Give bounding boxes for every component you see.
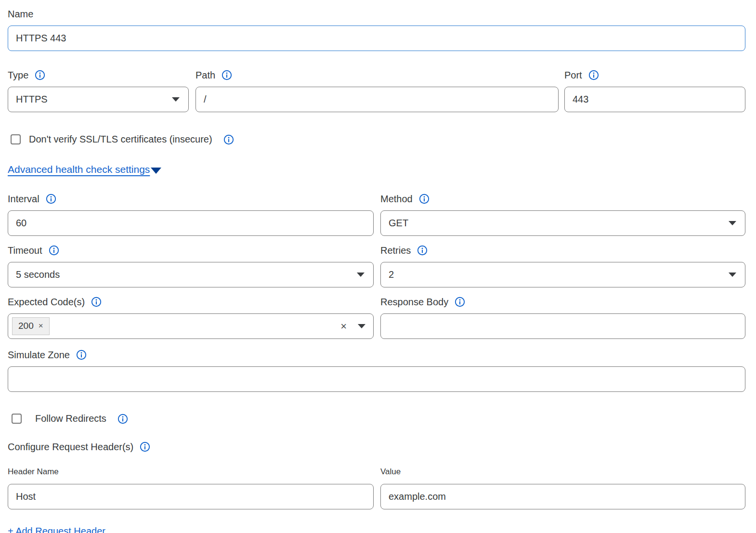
response-body-input[interactable] bbox=[380, 313, 745, 339]
info-icon[interactable] bbox=[35, 70, 45, 80]
chevron-down-icon[interactable] bbox=[358, 324, 365, 328]
timeout-label: Timeout bbox=[8, 244, 374, 257]
advanced-settings-link[interactable]: Advanced health check settings bbox=[8, 164, 150, 175]
timeout-select[interactable]: 5 seconds bbox=[8, 262, 374, 287]
type-select-value: HTTPS bbox=[16, 94, 48, 105]
simulate-zone-input[interactable] bbox=[8, 366, 745, 392]
port-label: Port bbox=[564, 69, 745, 81]
info-icon[interactable] bbox=[91, 297, 102, 307]
chevron-down-icon bbox=[729, 221, 736, 225]
expected-code-tag: 200 × bbox=[12, 317, 50, 335]
request-headers-heading-text: Configure Request Header(s) bbox=[8, 441, 133, 453]
name-input[interactable] bbox=[8, 26, 745, 51]
info-icon[interactable] bbox=[117, 414, 128, 424]
follow-redirects-checkbox[interactable] bbox=[12, 414, 22, 424]
name-label: Name bbox=[8, 8, 745, 20]
request-headers-heading: Configure Request Header(s) bbox=[8, 441, 745, 453]
header-value-input[interactable] bbox=[380, 484, 745, 509]
add-request-header-link[interactable]: + Add Request Header bbox=[8, 526, 105, 533]
remove-tag-icon[interactable]: × bbox=[39, 321, 43, 331]
path-input[interactable] bbox=[196, 87, 559, 112]
retries-select[interactable]: 2 bbox=[380, 262, 745, 287]
timeout-select-value: 5 seconds bbox=[16, 269, 60, 280]
expected-codes-label-text: Expected Code(s) bbox=[8, 296, 85, 308]
header-name-input[interactable] bbox=[8, 484, 374, 509]
chevron-down-icon bbox=[151, 168, 161, 174]
ssl-verify-checkbox[interactable] bbox=[11, 134, 21, 144]
info-icon[interactable] bbox=[588, 70, 599, 80]
info-icon[interactable] bbox=[417, 245, 428, 256]
chevron-down-icon bbox=[172, 97, 180, 102]
header-value-label: Value bbox=[380, 467, 745, 477]
response-body-label-text: Response Body bbox=[380, 296, 448, 308]
port-input[interactable] bbox=[564, 87, 745, 112]
simulate-zone-label: Simulate Zone bbox=[8, 349, 745, 361]
response-body-label: Response Body bbox=[380, 296, 745, 308]
info-icon[interactable] bbox=[222, 70, 232, 80]
info-icon[interactable] bbox=[455, 297, 465, 307]
type-select[interactable]: HTTPS bbox=[8, 87, 189, 112]
method-select[interactable]: GET bbox=[380, 210, 745, 236]
type-label: Type bbox=[8, 69, 189, 81]
name-field-group: Name bbox=[8, 8, 745, 51]
port-label-text: Port bbox=[564, 69, 582, 81]
timeout-label-text: Timeout bbox=[8, 244, 42, 257]
simulate-zone-label-text: Simulate Zone bbox=[8, 349, 70, 361]
header-name-label: Header Name bbox=[8, 467, 374, 477]
expected-code-tag-value: 200 bbox=[18, 321, 34, 331]
info-icon[interactable] bbox=[76, 350, 87, 360]
info-icon[interactable] bbox=[49, 245, 59, 256]
retries-label-text: Retries bbox=[380, 244, 411, 257]
retries-label: Retries bbox=[380, 244, 745, 257]
interval-input[interactable] bbox=[8, 210, 374, 236]
method-select-value: GET bbox=[389, 218, 408, 229]
info-icon[interactable] bbox=[419, 194, 430, 204]
info-icon[interactable] bbox=[140, 442, 150, 452]
ssl-verify-label: Don't verify SSL/TLS certificates (insec… bbox=[29, 134, 212, 145]
clear-icon[interactable]: × bbox=[340, 321, 347, 332]
retries-select-value: 2 bbox=[389, 269, 394, 280]
interval-label-text: Interval bbox=[8, 193, 39, 205]
expected-codes-multiselect[interactable]: 200 × × bbox=[8, 313, 374, 339]
health-check-form: Name Type HTTPS Path bbox=[0, 0, 756, 533]
method-label-text: Method bbox=[380, 193, 413, 205]
chevron-down-icon bbox=[357, 273, 365, 277]
path-label-text: Path bbox=[196, 69, 215, 81]
interval-label: Interval bbox=[8, 193, 374, 205]
method-label: Method bbox=[380, 193, 745, 205]
type-label-text: Type bbox=[8, 69, 28, 81]
follow-redirects-label: Follow Redirects bbox=[35, 413, 106, 424]
info-icon[interactable] bbox=[223, 134, 234, 145]
expected-codes-label: Expected Code(s) bbox=[8, 296, 374, 308]
chevron-down-icon bbox=[729, 273, 736, 277]
info-icon[interactable] bbox=[46, 194, 56, 204]
path-label: Path bbox=[196, 69, 559, 81]
